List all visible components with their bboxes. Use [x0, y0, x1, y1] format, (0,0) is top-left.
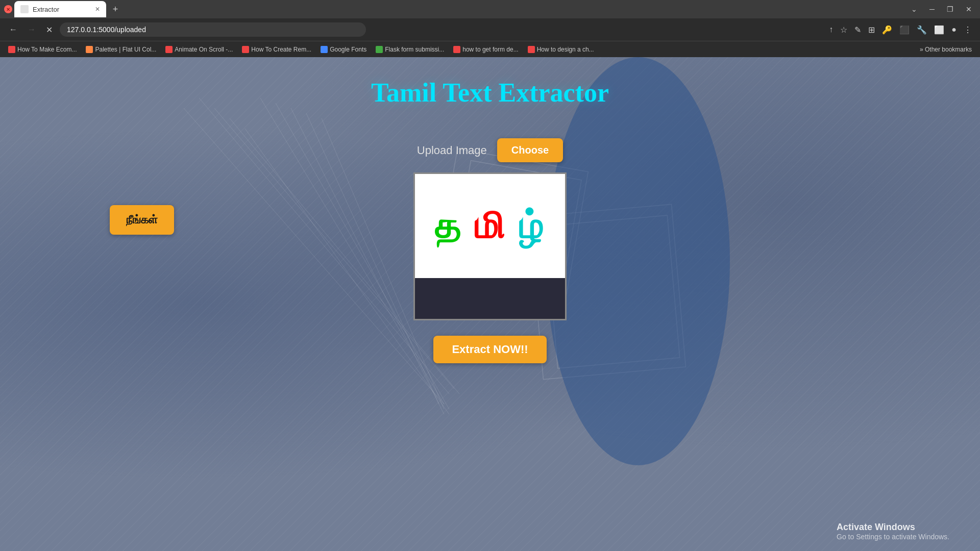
bookmark-palettes[interactable]: Palettes | Flat UI Col... — [82, 45, 160, 54]
new-tab-button[interactable]: + — [108, 2, 122, 16]
extension-icon[interactable]: ⊞ — [866, 23, 877, 37]
bookmark-label: Animate On Scroll -... — [175, 46, 233, 53]
tab-close-icon[interactable]: ✕ — [95, 6, 100, 13]
forward-button[interactable]: → — [24, 23, 39, 36]
window-close-btn[interactable]: ✕ — [4, 5, 12, 13]
back-button[interactable]: ← — [6, 23, 20, 36]
bookmark-form[interactable]: how to get form de... — [449, 45, 522, 54]
window-controls: ⌄ ─ ❐ ✕ — [907, 3, 976, 15]
neenga-button[interactable]: நீங்கள் — [110, 205, 174, 235]
image-dark-section — [415, 278, 565, 319]
windows-activation: Activate Windows Go to Settings to activ… — [837, 522, 949, 541]
bookmark-favicon — [376, 46, 383, 53]
main-content: Tamil Text Extractor Upload Image Choose… — [0, 57, 980, 551]
close-button[interactable]: ✕ — [962, 3, 976, 15]
star-icon[interactable]: ☆ — [838, 23, 849, 37]
password-icon[interactable]: 🔑 — [880, 23, 894, 37]
page-title: Tamil Text Extractor — [371, 78, 609, 108]
bookmark-favicon — [86, 46, 93, 53]
edit-icon[interactable]: ✎ — [852, 23, 863, 37]
maximize-button[interactable]: ❐ — [943, 3, 958, 15]
toolbar-icons: ↑ ☆ ✎ ⊞ 🔑 ⬛ 🔧 ⬜ ● ⋮ — [827, 23, 974, 37]
tamil-char-2: மி — [475, 205, 507, 246]
profile-icon[interactable]: ● — [949, 23, 959, 36]
bookmark-favicon — [453, 46, 460, 53]
bookmark-label: How To Create Rem... — [251, 46, 311, 53]
bookmark-label: How to design a ch... — [537, 46, 594, 53]
activate-title: Activate Windows — [837, 522, 949, 533]
extract-button[interactable]: Extract NOW!! — [433, 336, 546, 363]
bookmark-ecom[interactable]: How To Make Ecom... — [4, 45, 81, 54]
sidebar-icon[interactable]: ⬜ — [932, 23, 946, 37]
bookmark-more[interactable]: » Other bookmarks — [916, 45, 976, 54]
bookmark-flask[interactable]: Flask form submissi... — [372, 45, 448, 54]
page-content: நீங்கள் Tamil Text Extractor Upload Imag… — [0, 57, 980, 551]
bookmark-icon[interactable]: ⬛ — [897, 23, 912, 37]
image-preview: த மி ழ் — [413, 172, 567, 320]
bookmarks-bar: How To Make Ecom... Palettes | Flat UI C… — [0, 41, 980, 57]
bookmark-favicon — [321, 46, 328, 53]
bookmark-design[interactable]: How to design a ch... — [524, 45, 598, 54]
bookmark-label: how to get form de... — [462, 46, 518, 53]
tamil-word: த மி ழ் — [435, 205, 545, 247]
bookmark-favicon — [242, 46, 249, 53]
tab-title: Extractor — [33, 6, 91, 13]
share-icon[interactable]: ↑ — [827, 23, 835, 36]
bookmark-label: Flask form submissi... — [385, 46, 444, 53]
chevron-down-icon[interactable]: ⌄ — [907, 3, 921, 15]
tamil-char-1: த — [435, 205, 462, 246]
menu-icon[interactable]: ⋮ — [962, 23, 974, 37]
bookmark-animate[interactable]: Animate On Scroll -... — [161, 45, 237, 54]
activate-subtitle: Go to Settings to activate Windows. — [837, 533, 949, 541]
browser-chrome: ✕ Extractor ✕ + ⌄ ─ ❐ ✕ ← → ✕ ↑ ☆ ✎ ⊞ 🔑 … — [0, 0, 980, 57]
active-tab[interactable]: Extractor ✕ — [14, 1, 106, 17]
tamil-image: த மி ழ் — [415, 174, 565, 319]
reload-button[interactable]: ✕ — [43, 23, 56, 37]
bookmark-label: Google Fonts — [330, 46, 366, 53]
bookmark-label: How To Make Ecom... — [17, 46, 77, 53]
bookmark-favicon — [8, 46, 15, 53]
minimize-button[interactable]: ─ — [925, 3, 939, 15]
bookmark-google-fonts[interactable]: Google Fonts — [316, 45, 371, 54]
choose-button[interactable]: Choose — [497, 138, 563, 162]
tab-favicon — [20, 5, 29, 13]
bookmark-favicon — [165, 46, 173, 53]
address-input[interactable] — [60, 22, 366, 37]
bookmark-create[interactable]: How To Create Rem... — [238, 45, 315, 54]
bookmark-favicon — [528, 46, 535, 53]
tamil-char-3: ழ் — [519, 205, 545, 246]
address-bar: ← → ✕ ↑ ☆ ✎ ⊞ 🔑 ⬛ 🔧 ⬜ ● ⋮ — [0, 18, 980, 41]
tamil-text-display: த மி ழ் — [415, 174, 565, 278]
extension2-icon[interactable]: 🔧 — [915, 23, 929, 37]
tab-bar: ✕ Extractor ✕ + ⌄ ─ ❐ ✕ — [0, 0, 980, 18]
bookmark-label: Palettes | Flat UI Col... — [95, 46, 156, 53]
upload-label: Upload Image — [417, 144, 487, 157]
upload-section: Upload Image Choose — [417, 138, 563, 162]
